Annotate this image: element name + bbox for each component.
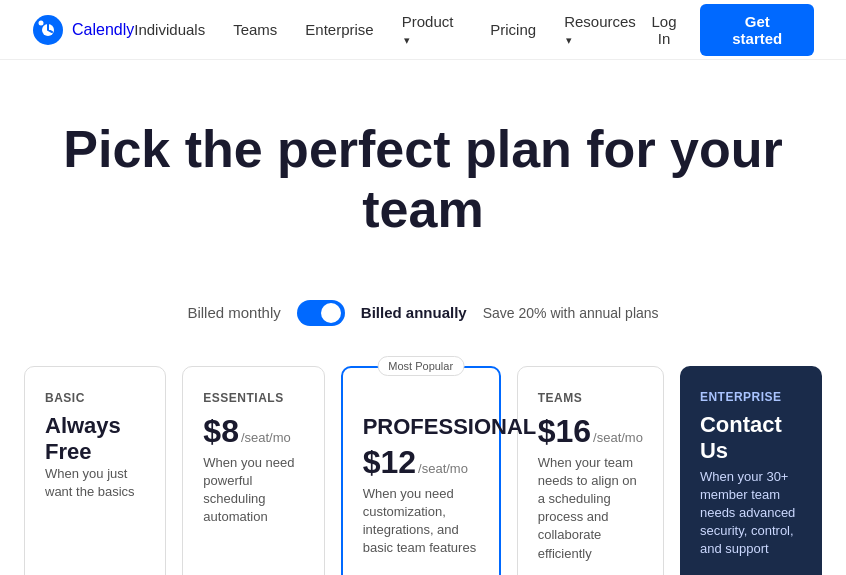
- teams-price: $16 /seat/mo: [538, 413, 643, 450]
- logo-text: Calendly: [72, 21, 134, 39]
- svg-point-1: [39, 20, 44, 25]
- basic-plan-name: Always Free: [45, 413, 145, 465]
- hero-title: Pick the perfect plan for your team: [20, 120, 826, 240]
- save-badge: Save 20% with annual plans: [483, 305, 659, 321]
- essentials-tier-label: ESSENTIALS: [203, 391, 303, 405]
- annually-label: Billed annually: [361, 304, 467, 321]
- basic-plan-desc: When you just want the basics: [45, 465, 145, 575]
- teams-tier-label: TEAMS: [538, 391, 643, 405]
- pricing-cards: BASIC Always Free When you just want the…: [0, 366, 846, 575]
- nav-resources[interactable]: Resources ▾: [564, 13, 644, 47]
- professional-price-amount: $12: [363, 444, 416, 481]
- nav-right: Log In Get started: [644, 4, 814, 56]
- nav-individuals[interactable]: Individuals: [134, 21, 205, 38]
- professional-price: $12 /seat/mo: [363, 444, 479, 481]
- basic-plan-card: BASIC Always Free When you just want the…: [24, 366, 166, 575]
- professional-plan-card: Most Popular x PROFESSIONAL $12 /seat/mo…: [341, 366, 501, 575]
- nav-product[interactable]: Product ▾: [402, 13, 463, 47]
- product-dropdown-arrow: ▾: [404, 34, 410, 46]
- billing-toggle-container: Billed monthly Billed annually Save 20% …: [0, 300, 846, 326]
- professional-plan-desc: When you need customization, integration…: [363, 485, 479, 558]
- navigation: Calendly Individuals Teams Enterprise Pr…: [0, 0, 846, 60]
- essentials-plan-desc: When you need powerful scheduling automa…: [203, 454, 303, 559]
- get-started-nav-button[interactable]: Get started: [700, 4, 814, 56]
- enterprise-plan-name: Contact Us: [700, 412, 802, 464]
- monthly-label: Billed monthly: [187, 304, 280, 321]
- essentials-price-unit: /seat/mo: [241, 430, 291, 445]
- nav-pricing[interactable]: Pricing: [490, 21, 536, 38]
- most-popular-badge: Most Popular: [377, 356, 464, 376]
- essentials-price: $8 /seat/mo: [203, 413, 303, 450]
- professional-plan-name: PROFESSIONAL: [363, 414, 479, 440]
- teams-price-unit: /seat/mo: [593, 430, 643, 445]
- teams-price-amount: $16: [538, 413, 591, 450]
- toggle-thumb: [321, 303, 341, 323]
- essentials-price-amount: $8: [203, 413, 239, 450]
- nav-enterprise[interactable]: Enterprise: [305, 21, 373, 38]
- hero-section: Pick the perfect plan for your team: [0, 60, 846, 280]
- billing-toggle[interactable]: [297, 300, 345, 326]
- nav-links: Individuals Teams Enterprise Product ▾ P…: [134, 13, 643, 47]
- nav-teams[interactable]: Teams: [233, 21, 277, 38]
- basic-tier-label: BASIC: [45, 391, 145, 405]
- enterprise-plan-card: ENTERPRISE Contact Us When your 30+ memb…: [680, 366, 822, 575]
- enterprise-tier-label: ENTERPRISE: [700, 390, 802, 404]
- calendly-logo-icon: [32, 14, 64, 46]
- logo[interactable]: Calendly: [32, 14, 134, 46]
- resources-dropdown-arrow: ▾: [566, 34, 572, 46]
- professional-price-unit: /seat/mo: [418, 461, 468, 476]
- teams-plan-desc: When your team needs to align on a sched…: [538, 454, 643, 575]
- teams-plan-card: TEAMS $16 /seat/mo When your team needs …: [517, 366, 664, 575]
- login-button[interactable]: Log In: [644, 13, 685, 47]
- enterprise-plan-desc: When your 30+ member team needs advanced…: [700, 468, 802, 575]
- essentials-plan-card: ESSENTIALS $8 /seat/mo When you need pow…: [182, 366, 324, 575]
